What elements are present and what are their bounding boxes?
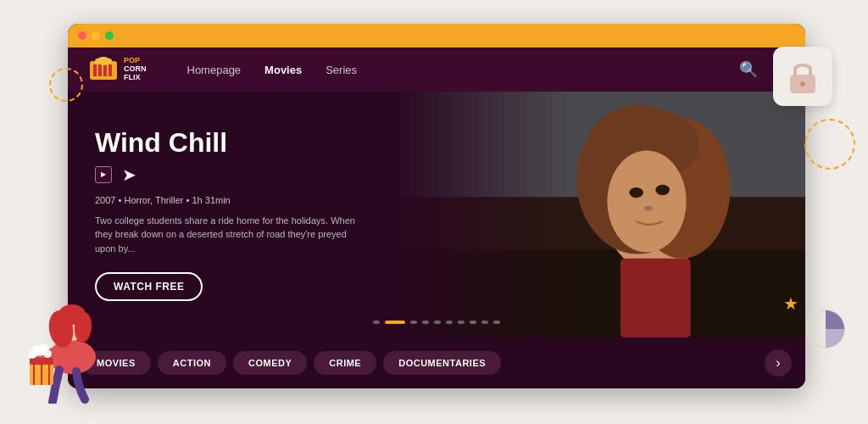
navbar: POP CORN FLIX Homepage Movies Series 🔍 ⚙ <box>68 47 805 92</box>
svg-rect-21 <box>103 64 107 76</box>
play-indicator: ▶ ➤ <box>95 165 409 185</box>
movie-meta: 2007 • Horror, Thriller • 1h 31min <box>95 195 409 205</box>
decorative-circle-dashed <box>804 119 855 170</box>
lock-decoration <box>773 47 832 106</box>
hero-movie-visual <box>400 92 806 338</box>
svg-point-25 <box>107 59 112 64</box>
genre-bar: MOVIES ACTION COMEDY CRIME DOCUMENTARIES… <box>68 338 805 388</box>
browser-titlebar <box>68 24 805 47</box>
hero-image <box>400 92 806 338</box>
nav-series[interactable]: Series <box>326 64 357 76</box>
genre-comedy[interactable]: COMEDY <box>233 351 307 375</box>
carousel-dot-0[interactable] <box>373 321 380 324</box>
minimize-button[interactable] <box>92 31 100 40</box>
carousel-dot-7[interactable] <box>470 321 476 324</box>
svg-point-33 <box>607 150 686 252</box>
play-dot: ▶ <box>95 166 112 183</box>
carousel-dot-6[interactable] <box>458 321 465 324</box>
svg-point-34 <box>629 187 643 198</box>
pie-chart-decoration <box>803 306 849 356</box>
girl-svg <box>17 276 127 404</box>
svg-rect-37 <box>620 259 690 338</box>
star-decoration: ★ <box>783 293 798 314</box>
carousel-dot-2[interactable] <box>410 321 417 324</box>
carousel-dot-9[interactable] <box>493 321 500 324</box>
svg-rect-20 <box>98 64 102 76</box>
logo-text: POP CORN FLIX <box>124 57 147 82</box>
svg-point-1 <box>800 81 805 86</box>
svg-point-36 <box>643 206 652 211</box>
genre-next-button[interactable]: › <box>765 349 792 377</box>
carousel-dot-5[interactable] <box>446 321 453 324</box>
carousel-dot-3[interactable] <box>422 321 429 324</box>
genre-action[interactable]: ACTION <box>158 351 226 375</box>
logo[interactable]: POP CORN FLIX <box>88 54 147 85</box>
carousel-dot-4[interactable] <box>434 321 441 324</box>
movie-description: Two college students share a ride home f… <box>95 214 366 256</box>
svg-rect-19 <box>93 64 97 76</box>
logo-icon <box>88 54 119 85</box>
movie-title: Wind Chill <box>95 128 409 158</box>
svg-point-17 <box>40 343 48 352</box>
hero-section: Wind Chill ▶ ➤ 2007 • Horror, Thriller •… <box>68 92 805 338</box>
decorative-circle-small <box>49 68 83 102</box>
svg-point-35 <box>655 185 670 195</box>
svg-rect-22 <box>108 64 112 76</box>
maximize-button[interactable] <box>105 31 114 40</box>
genre-documentaries[interactable]: DOCUMENTARIES <box>383 351 501 375</box>
browser-window: POP CORN FLIX Homepage Movies Series 🔍 ⚙ <box>68 24 805 388</box>
svg-point-16 <box>32 345 39 352</box>
nav-links: Homepage Movies Series <box>187 64 740 76</box>
send-icon: ➤ <box>122 165 136 185</box>
carousel-dot-8[interactable] <box>481 321 488 324</box>
close-button[interactable] <box>78 31 86 40</box>
lock-icon <box>787 58 819 95</box>
nav-homepage[interactable]: Homepage <box>187 64 242 76</box>
carousel-dots <box>373 321 500 324</box>
search-icon[interactable]: 🔍 <box>739 60 758 79</box>
hero-image-bg <box>400 92 806 338</box>
girl-illustration <box>17 276 127 407</box>
svg-rect-9 <box>30 358 53 365</box>
nav-movies[interactable]: Movies <box>264 64 302 76</box>
svg-point-24 <box>95 59 100 64</box>
genre-crime[interactable]: CRIME <box>314 351 376 375</box>
carousel-dot-1[interactable] <box>385 321 405 324</box>
